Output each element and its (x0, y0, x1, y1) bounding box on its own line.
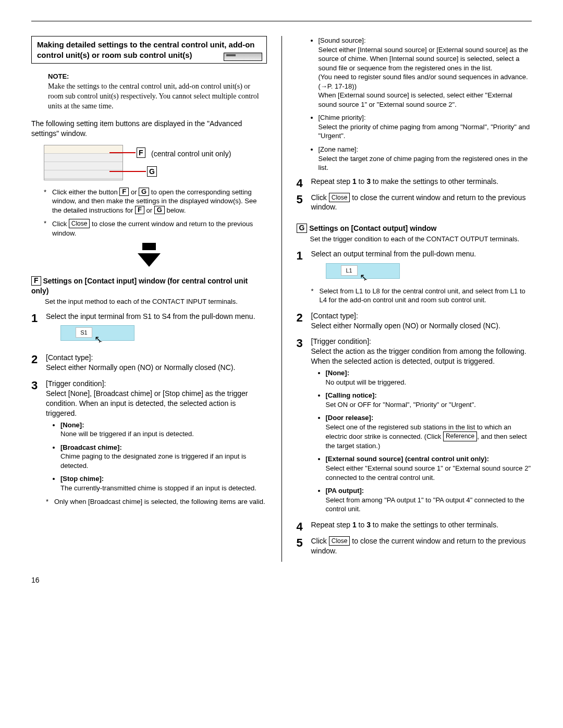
section-g-steps: Select an output terminal from the pull-… (297, 249, 532, 514)
list-item: [Zone name]:Select the target zone of ch… (319, 145, 532, 172)
arrow-stem (142, 243, 156, 250)
intro-paragraph: The following setting item buttons are d… (31, 119, 267, 139)
section-f-star: Only when [Broadcast chime] is selected,… (46, 497, 267, 507)
right-top-steps: Repeat step 1 to 3 to make the settings … (297, 177, 532, 213)
two-column-layout: Making detailed settings to the central … (31, 36, 532, 562)
key-g: G (139, 188, 149, 196)
list-item: [Stop chime]:The currently-transmitted c… (60, 474, 267, 492)
left-star-list: Click either the button F or G to open t… (44, 188, 267, 238)
list-item: [None]:None will be triggered if an inpu… (60, 421, 267, 439)
list-item: [None]:No output will be triggered. (326, 368, 532, 387)
device-icon (224, 53, 262, 61)
section-g-star: Select from L1 to L8 for the central con… (311, 287, 532, 305)
list-item: [Calling notice]:Set ON or OFF for "Norm… (326, 391, 532, 409)
step: [Contact type]: Select either Normally o… (31, 353, 267, 373)
section-g-desc: Set the trigger condition to each of the… (310, 235, 532, 244)
dropdown-value: L1 (341, 265, 358, 276)
cursor-icon: ↖⌐ (94, 333, 105, 346)
right-column: [Sound source]:Select either [Internal s… (297, 36, 532, 562)
key-f: F (135, 206, 144, 214)
list-item: [Chime priority]:Select the priority of … (319, 113, 532, 141)
note-body: Make the settings to the central control… (48, 82, 263, 112)
step: Repeat step 1 to 3 to make the settings … (297, 520, 532, 530)
dropdown-figure: S1 ↖⌐ (60, 325, 134, 341)
step: Click Close to close the current window … (297, 536, 532, 556)
list-item: [Broadcast chime]:Chime paging to the de… (60, 443, 267, 471)
right-bottom-steps: Repeat step 1 to 3 to make the settings … (297, 520, 532, 556)
step: Select an output terminal from the pull-… (297, 249, 532, 305)
top-rule (31, 21, 532, 21)
close-button-ref: Close (329, 193, 350, 202)
list-item: [Sound source]:Select either [Internal s… (319, 36, 532, 109)
step: Click Close to close the current window … (297, 193, 532, 213)
callout-line-f (109, 152, 136, 153)
star-item: Only when [Broadcast chime] is selected,… (46, 497, 267, 507)
callout-g: G (147, 166, 157, 177)
reference-button-ref: Reference (443, 431, 477, 441)
right-top-bullets: [Sound source]:Select either [Internal s… (297, 36, 532, 172)
callout-line-g (109, 171, 146, 172)
key-g: G (154, 206, 165, 214)
list-item: [External sound source] (central control… (326, 454, 532, 482)
page-number: 16 (31, 575, 532, 585)
grid-image (44, 145, 123, 180)
trigger-options: [None]:None will be triggered if an inpu… (46, 421, 267, 493)
section-f-heading: F Settings on [Contact input] window (fo… (31, 276, 267, 296)
section-g-heading: G Settings on [Contact output] window (297, 224, 532, 233)
list-item: [PA output]:Select from among "PA output… (326, 486, 532, 514)
arrow-down-icon (138, 253, 161, 267)
star-item: Click Close to close the current window … (44, 219, 267, 238)
close-button-ref: Close (69, 219, 90, 228)
step: [Trigger condition]: Select [None], [Bro… (31, 379, 267, 506)
star-item: Select from L1 to L8 for the central con… (311, 287, 532, 305)
key-f: F (31, 276, 41, 285)
key-g: G (297, 224, 308, 232)
callout-f-caption: (central control unit only) (151, 149, 231, 159)
left-column: Making detailed settings to the central … (31, 36, 267, 562)
step: [Trigger condition]: Select the action a… (297, 337, 532, 513)
dropdown-figure: L1 ↖⌐ (326, 263, 400, 279)
list-item: [Door release]:Select one of the registe… (326, 413, 532, 450)
step: Select the input terminal from S1 to S4 … (31, 312, 267, 347)
settings-grid-figure: F (central control unit only) G (31, 145, 267, 180)
trigger-options: [None]:No output will be triggered. [Cal… (311, 368, 532, 514)
key-f: F (119, 188, 129, 196)
dropdown-value: S1 (76, 327, 92, 338)
step: [Contact type]: Select either Normally o… (297, 311, 532, 331)
note-label: NOTE: (48, 72, 267, 81)
close-button-ref: Close (329, 536, 350, 546)
section-f-steps: Select the input terminal from S1 to S4 … (31, 312, 267, 507)
section-f-desc: Set the input method to each of the CONT… (45, 297, 267, 306)
callout-f: F (137, 147, 145, 158)
column-divider (282, 36, 282, 562)
cursor-icon: ↖⌐ (360, 271, 371, 283)
section-title-box: Making detailed settings to the central … (31, 36, 267, 64)
section-title: Making detailed settings to the central … (37, 40, 255, 59)
star-item: Click either the button F or G to open t… (44, 188, 267, 215)
step: Repeat step 1 to 3 to make the settings … (297, 177, 532, 187)
